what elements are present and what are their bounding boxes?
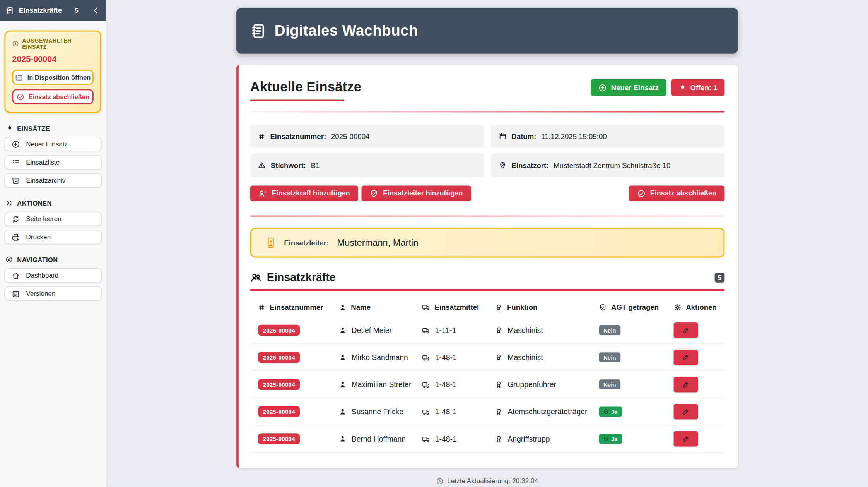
collapse-sidebar-button[interactable] [91, 6, 100, 15]
agt-value: Ja [611, 436, 618, 442]
einsatznummer-pill: 2025-00004 [258, 433, 300, 444]
info-icon [12, 40, 19, 47]
field-value: 2025-00004 [331, 132, 369, 140]
section-einsaetze-label: EINSÄTZE [17, 125, 50, 132]
person-icon [339, 353, 347, 361]
selected-einsatz-panel: AUSGEWÄHLTER EINSATZ 2025-00004 In Dispo… [4, 31, 101, 113]
archive-icon [12, 177, 20, 185]
red-rule [250, 289, 724, 291]
cell-funktion: Gruppenführer [487, 371, 591, 398]
offen-badge-label: Offen: 1 [690, 83, 717, 91]
name-value: Detlef Meier [352, 326, 392, 334]
einsatz-fields: Einsatznummer: 2025-00004 Datum: 11.12.2… [250, 125, 724, 177]
award-icon [495, 326, 502, 334]
shield-check-icon [370, 189, 378, 197]
sidebar-title: Einsatzkräfte [19, 7, 62, 14]
field-label: Einsatznummer: [270, 132, 326, 140]
cell-aktionen [666, 398, 725, 425]
edit-row-button[interactable] [674, 350, 698, 365]
person-icon [339, 381, 347, 388]
hash-icon [258, 304, 265, 311]
einsatzleiter-value: Mustermann, Martin [337, 237, 418, 248]
list-icon [12, 158, 20, 166]
einsatzmittel-value: 1-48-1 [435, 408, 457, 416]
sidebar-item-dashboard[interactable]: Dashboard [4, 268, 102, 283]
app-header: Digitales Wachbuch [236, 8, 738, 54]
award-icon [495, 381, 502, 388]
funktion-value: Maschinist [507, 326, 543, 334]
open-disposition-button[interactable]: In Disposition öffnen [12, 70, 93, 85]
name-value: Bernd Hoffmann [352, 435, 406, 443]
einsatzmittel-value: 1-11-1 [435, 326, 456, 334]
compass-icon [5, 256, 13, 263]
section-aktionen: AKTIONEN [5, 199, 100, 207]
cell-name: Bernd Hoffmann [331, 425, 414, 453]
versions-icon [12, 290, 20, 298]
flame-icon [678, 84, 686, 91]
sidebar-item-einsatzliste[interactable]: Einsatzliste [4, 155, 102, 170]
einsatz-abschliessen-button[interactable]: Einsatz abschließen [629, 185, 724, 201]
sidebar-item-drucken[interactable]: Drucken [4, 230, 102, 244]
field-label: Stichwort: [271, 161, 306, 169]
person-icon [339, 435, 347, 442]
selected-einsatz-number: 2025-00004 [12, 54, 93, 63]
sidebar-item-label: Drucken [26, 233, 51, 241]
einsatznummer-pill: 2025-00004 [258, 325, 300, 336]
agt-badge: Ja [599, 434, 622, 444]
button-label: Einsatzkraft hinzufügen [272, 189, 350, 197]
agt-value: Nein [603, 327, 616, 333]
column-label: AGT getragen [611, 303, 659, 311]
einsatzleiter-hinzufuegen-button[interactable]: Einsatzleiter hinzufügen [361, 185, 471, 201]
divider [250, 111, 724, 113]
section-einsaetze: EINSÄTZE [5, 125, 100, 132]
truck-icon [422, 380, 430, 388]
plus-circle-icon [598, 83, 607, 91]
shield-check-icon [603, 436, 609, 441]
journal-icon [249, 22, 266, 39]
einsatzmittel-value: 1-48-1 [435, 435, 457, 443]
sidebar-item-label: Versionen [26, 290, 55, 297]
column-label: Name [351, 303, 371, 311]
edit-row-button[interactable] [674, 404, 698, 419]
sidebar-item-label: Einsatzliste [26, 158, 60, 166]
cell-name: Susanne Fricke [331, 398, 414, 425]
sidebar-item-einsatzarchiv[interactable]: Einsatzarchiv [4, 173, 102, 188]
table-count-badge: 5 [715, 272, 725, 282]
page-title-wrap: Aktuelle Einsätze [250, 79, 361, 101]
sidebar-item-label: Einsatzarchiv [26, 177, 65, 185]
neuer-einsatz-button[interactable]: Neuer Einsatz [591, 79, 666, 96]
refresh-icon [12, 215, 20, 223]
offen-badge[interactable]: Offen: 1 [671, 79, 724, 96]
cell-einsatzmittel: 1-48-1 [414, 398, 487, 425]
close-einsatz-sidebar-button[interactable]: Einsatz abschließen [12, 89, 93, 104]
sidebar-item-versionen[interactable]: Versionen [4, 286, 102, 301]
chevron-left-icon [91, 6, 100, 15]
einsatzkraft-hinzufuegen-button[interactable]: Einsatzkraft hinzufügen [250, 185, 358, 201]
table-title-row: Einsatzkräfte 5 [250, 271, 724, 284]
plus-circle-icon [12, 140, 20, 148]
col-funktion: Funktion [487, 298, 591, 317]
agt-badge: Nein [599, 325, 620, 335]
agt-badge: Ja [599, 406, 622, 417]
sidebar-item-label: Seite leeren [26, 215, 62, 223]
check-circle-icon [637, 189, 645, 197]
edit-row-button[interactable] [674, 431, 698, 446]
cell-name: Mirko Sandmann [331, 344, 414, 371]
edit-row-button[interactable] [674, 377, 698, 392]
sidebar-item-neuer-einsatz[interactable]: Neuer Einsatz [4, 137, 102, 151]
col-name: Name [331, 298, 414, 317]
col-einsatznummer: Einsatznummer [250, 298, 331, 317]
folder-icon [15, 74, 23, 81]
edit-row-button[interactable] [674, 322, 698, 338]
award-icon [495, 408, 502, 415]
sidebar-count: 5 [75, 7, 79, 14]
field-einsatzort: Einsatzort: Musterstadt Zentrum Schulstr… [491, 153, 724, 177]
sidebar-item-seite-leeren[interactable]: Seite leeren [4, 212, 102, 226]
field-value: 11.12.2025 15:05:00 [541, 132, 607, 140]
check-circle-icon [16, 93, 24, 101]
button-label: Einsatz abschließen [650, 189, 716, 197]
funktion-value: Maschinist [507, 353, 543, 361]
close-einsatz-sidebar-label: Einsatz abschließen [29, 93, 89, 100]
agt-value: Ja [611, 408, 618, 415]
button-label: Einsatzleiter hinzufügen [383, 189, 463, 197]
